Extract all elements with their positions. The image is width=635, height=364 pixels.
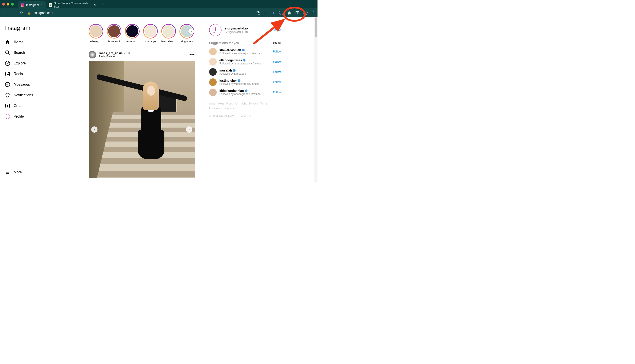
bookmark-icon[interactable]: ★	[272, 11, 275, 15]
nav-reels[interactable]: Reels	[3, 69, 50, 79]
account-username[interactable]: storysaverhd.io	[225, 26, 248, 30]
footer-link[interactable]: Language	[223, 107, 234, 110]
current-account-avatar[interactable]: ⬇HD	[209, 24, 222, 36]
footer-link[interactable]: Terms	[260, 102, 267, 105]
new-tab-button[interactable]: +	[99, 2, 107, 7]
scrollbar-thumb[interactable]	[315, 17, 317, 37]
scrollbar-track[interactable]	[314, 17, 318, 182]
story-item[interactable]: k.mbappe	[143, 24, 158, 43]
page-content: Instagram Home Search Explore Reels Mess…	[0, 17, 318, 182]
suggestion-item: ellendegeneres ✓Followed by arianagrande…	[209, 58, 281, 66]
svg-point-7	[5, 61, 10, 66]
suggestion-avatar[interactable]	[209, 58, 217, 66]
nav-label: Notifications	[14, 93, 33, 97]
nav-create[interactable]: Create	[3, 100, 50, 111]
feed: arianagr… taylorswift kevinhart… k.mbapp…	[89, 24, 195, 182]
story-username: k.mbappe	[145, 40, 156, 43]
suggestion-avatar[interactable]	[209, 88, 217, 96]
post-image-carousel[interactable]: ‹ ›	[89, 61, 195, 178]
follow-link[interactable]: Follow	[273, 91, 281, 94]
suggestion-subtext: Followed by arianagrande, kevinhart4…	[219, 92, 264, 96]
follow-link[interactable]: Follow	[273, 50, 281, 53]
nav-label: Search	[14, 51, 25, 55]
nav-notifications[interactable]: Notifications	[3, 90, 50, 100]
extensions-icon[interactable]	[287, 11, 291, 15]
carousel-next-button[interactable]: ›	[186, 126, 192, 133]
chrome-profile-icon[interactable]	[303, 11, 308, 15]
suggestion-username[interactable]: khloekardashian ✓	[219, 89, 264, 92]
close-tab-icon[interactable]: ×	[41, 3, 43, 7]
suggestion-subtext: Followed by videosfordoja, iamcardib …	[219, 82, 264, 86]
nav-label: Home	[14, 40, 24, 44]
close-window-button[interactable]	[2, 3, 5, 6]
panel-icon[interactable]	[295, 11, 299, 15]
reload-button[interactable]: ⟳	[19, 10, 24, 15]
suggestion-username[interactable]: mosalah ✓	[219, 69, 246, 72]
suggestion-username[interactable]: kimkardashian ✓	[219, 48, 264, 52]
nav-profile[interactable]: Profile	[3, 111, 50, 122]
lock-icon: 🔒	[28, 11, 31, 14]
minimize-window-button[interactable]	[7, 3, 9, 6]
sidebar: Instagram Home Search Explore Reels Mess…	[0, 17, 53, 182]
nav-explore[interactable]: Explore	[3, 58, 50, 69]
story-item[interactable]: iamzlatani…	[161, 24, 176, 43]
svg-rect-2	[296, 12, 299, 14]
footer-link[interactable]: Locations	[209, 107, 220, 110]
storysaver-extension-icon[interactable]	[279, 11, 283, 15]
story-item[interactable]: arianagr…	[89, 24, 103, 43]
nav-home[interactable]: Home	[3, 37, 50, 48]
separator-dot: •	[124, 51, 125, 55]
nav-label: Reels	[14, 72, 23, 76]
footer-link[interactable]: About	[209, 102, 216, 105]
follow-link[interactable]: Follow	[273, 60, 281, 63]
post-image-content	[89, 61, 195, 178]
translate-icon[interactable]	[256, 11, 260, 15]
post-options-button[interactable]: •••	[189, 52, 195, 57]
nav-label: Messages	[14, 82, 30, 86]
post-username[interactable]: roses_are_rosie	[99, 51, 123, 55]
follow-link[interactable]: Follow	[273, 80, 281, 84]
back-button[interactable]: ←	[2, 11, 8, 15]
story-item[interactable]: kevinhart…	[125, 24, 140, 43]
stories-next-button[interactable]: ›	[188, 28, 194, 34]
verified-badge-icon: ✓	[242, 49, 245, 51]
chrome-menu-icon[interactable]: ⋮	[312, 11, 315, 15]
post-location[interactable]: Paris, France	[99, 55, 130, 58]
footer-link[interactable]: Press	[226, 102, 233, 105]
suggestion-username[interactable]: justinbieber ✓	[219, 79, 264, 82]
footer-link[interactable]: API	[235, 102, 239, 105]
story-item[interactable]: taylorswift	[107, 24, 121, 43]
switch-account-link[interactable]: Switch	[273, 28, 281, 32]
forward-button[interactable]: →	[11, 11, 16, 15]
nav-more[interactable]: More	[3, 167, 50, 178]
footer-link[interactable]: Jobs	[241, 102, 247, 105]
share-icon[interactable]	[264, 11, 268, 15]
suggestion-avatar[interactable]	[209, 68, 217, 76]
suggestion-username[interactable]: ellendegeneres ✓	[219, 58, 261, 62]
suggestion-item: mosalah ✓Followed by k.mbappeFollow	[209, 68, 281, 76]
nav-messages[interactable]: Messages	[3, 79, 50, 90]
story-username: arianagr…	[90, 40, 102, 43]
svg-marker-13	[7, 74, 9, 75]
nav-search[interactable]: Search	[3, 48, 50, 58]
tab-overflow-button[interactable]: ⌄	[311, 2, 315, 6]
footer-links: About · Help · Press · API · Jobs · Priv…	[209, 102, 281, 111]
suggestion-avatar[interactable]	[209, 48, 217, 55]
footer-link[interactable]: Privacy	[249, 102, 258, 105]
instagram-logo[interactable]: Instagram	[3, 24, 50, 37]
post-author-avatar[interactable]	[89, 51, 96, 58]
suggestion-item: kimkardashian ✓Followed by nickiminaj, c…	[209, 48, 281, 55]
address-bar[interactable]: 🔒 instagram.com	[28, 11, 53, 14]
verified-badge-icon: ✓	[233, 69, 236, 72]
browser-tab-instagram[interactable]: Instagram ×	[18, 1, 46, 8]
close-tab-icon[interactable]: ×	[94, 3, 96, 7]
suggestion-avatar[interactable]	[209, 78, 217, 86]
suggestion-subtext: Followed by nickiminaj, cristiano, aria…	[219, 52, 264, 55]
carousel-prev-button[interactable]: ‹	[91, 126, 98, 133]
see-all-link[interactable]: See All	[273, 41, 281, 45]
maximize-window-button[interactable]	[11, 3, 14, 6]
browser-tab-storysaver[interactable]: 🧩 StorySaver - Chrome Web Stor ×	[46, 1, 99, 8]
window-controls	[2, 3, 14, 6]
follow-link[interactable]: Follow	[273, 70, 281, 74]
footer-link[interactable]: Help	[218, 102, 224, 105]
